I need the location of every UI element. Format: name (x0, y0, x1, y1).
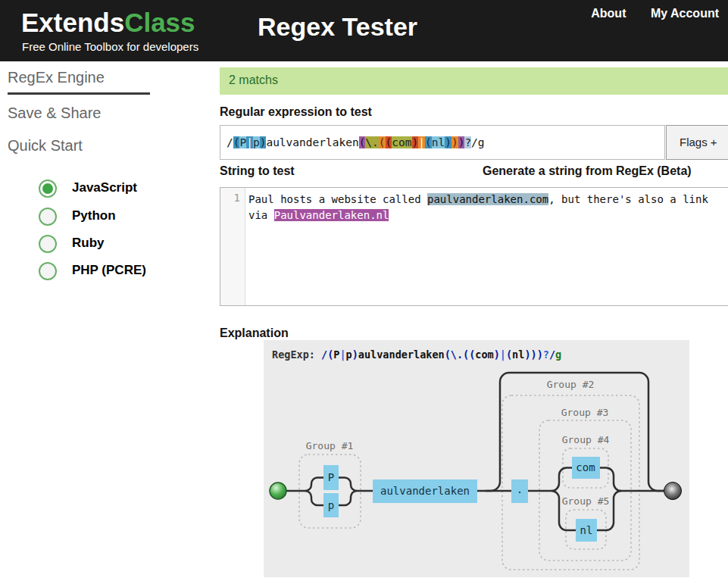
sidebar-item-save-share[interactable]: Save & Share (8, 105, 101, 122)
radio-python[interactable] (39, 208, 57, 226)
explanation-label: Explanation (220, 326, 289, 340)
radio-php[interactable] (39, 262, 57, 280)
radio-javascript[interactable] (39, 180, 57, 198)
node-text-p: p (328, 499, 334, 511)
node-text-dot: . (517, 483, 523, 495)
radio-ruby[interactable] (39, 235, 57, 253)
railroad-diagram: Group #1 Group #2 Group #3 Group #4 Grou… (264, 340, 689, 577)
node-text-P: P (328, 471, 334, 483)
regex-section-label: Regular expression to test (220, 105, 372, 119)
engine-label: Python (72, 208, 116, 223)
node-text-com: com (576, 461, 595, 473)
group-3-label: Group #3 (561, 407, 609, 418)
explanation-panel: RegExp: /(P|p)aulvanderlaken(\.((com)|(n… (264, 340, 689, 577)
site-logo[interactable]: ExtendsClass (21, 8, 195, 38)
flags-button[interactable]: Flags + (666, 125, 728, 160)
node-text-nl: nl (580, 524, 593, 536)
top-nav: About My Account (570, 7, 719, 20)
end-node (664, 483, 682, 500)
sidebar-item-quick-start[interactable]: Quick Start (8, 137, 83, 155)
sidebar-item-regex-engine[interactable]: RegEx Engine (8, 69, 150, 95)
match-count-text: 2 matchs (229, 73, 278, 87)
group-2-label: Group #2 (547, 379, 595, 390)
engine-label: PHP (PCRE) (72, 263, 146, 278)
editor-content[interactable]: Paul hosts a website called paulvanderla… (248, 192, 728, 223)
test-string-editor[interactable]: 1 Paul hosts a website called paulvander… (220, 187, 728, 306)
logo-extends: Extends (21, 8, 124, 37)
string-section-label: String to test (220, 164, 295, 178)
page-title: Regex Tester (258, 12, 417, 42)
logo-class: Class (124, 8, 195, 37)
node-text-literal: aulvanderlaken (380, 485, 470, 497)
nav-about-link[interactable]: About (591, 7, 626, 20)
group-4-label: Group #4 (562, 434, 610, 445)
group-5-label: Group #5 (562, 495, 610, 507)
editor-gutter: 1 (220, 188, 245, 305)
nav-my-account-link[interactable]: My Account (651, 7, 719, 20)
match-count-banner: 2 matchs (220, 67, 728, 95)
app-header: ExtendsClass Free Online Toolbox for dev… (0, 0, 728, 61)
regex-input-value: /(P|p)aulvanderlaken(\.((com)|(nl)))?/g (227, 135, 485, 150)
site-tagline: Free Online Toolbox for developers (22, 40, 198, 53)
engine-label: Ruby (72, 236, 105, 251)
group-1-label: Group #1 (306, 440, 354, 451)
engine-label: JavaScript (72, 180, 137, 195)
regex-input[interactable]: /(P|p)aulvanderlaken(\.((com)|(nl)))?/g (220, 125, 665, 160)
line-number: 1 (234, 192, 240, 204)
start-node (270, 483, 286, 499)
generate-string-link[interactable]: Generate a string from RegEx (Beta) (483, 164, 692, 178)
